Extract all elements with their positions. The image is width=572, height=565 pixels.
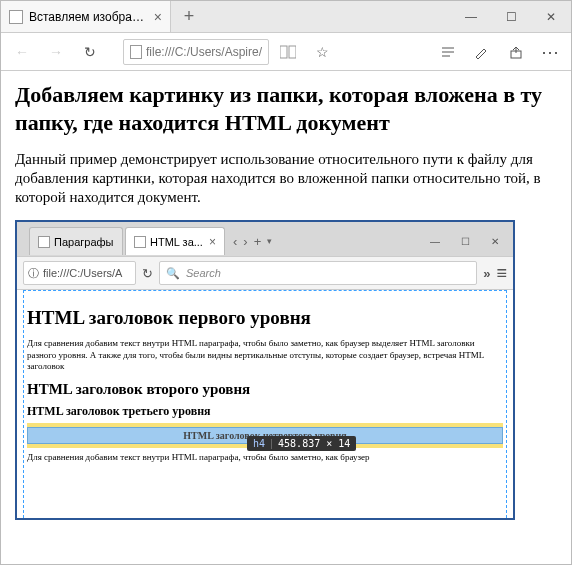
info-icon: ⓘ [28, 266, 39, 281]
menu-button[interactable]: ≡ [496, 263, 507, 284]
close-window-button[interactable]: ✕ [481, 230, 509, 252]
close-tab-icon[interactable]: × [154, 9, 162, 25]
favorite-button[interactable]: ☆ [307, 37, 337, 67]
heading-1: HTML заголовок первого уровня [27, 306, 503, 330]
inner-page-content: HTML заголовок первого уровня Для сравне… [17, 290, 513, 518]
page-content: Добавляем картинку из папки, которая вло… [1, 71, 571, 564]
favicon-icon [38, 236, 50, 248]
inner-address-bar[interactable]: ⓘ file:///C:/Users/A [23, 261, 136, 285]
inner-toolbar: ⓘ file:///C:/Users/A ↻ 🔍 Search » ≡ [17, 256, 513, 290]
favicon-icon [9, 10, 23, 24]
refresh-button[interactable]: ↻ [75, 37, 105, 67]
tab-title: Вставляем изображени [29, 10, 148, 24]
search-icon: 🔍 [166, 267, 180, 280]
tooltip-tag: h4 [253, 438, 265, 449]
tooltip-separator [271, 439, 272, 449]
annotate-button[interactable] [467, 37, 497, 67]
share-icon [508, 45, 524, 59]
devtools-tooltip: h4 458.837 × 14 [247, 436, 356, 451]
svg-rect-1 [289, 46, 296, 58]
embedded-screenshot: Параграфы ... HTML за... × ‹ › + ▾ — ☐ [15, 220, 515, 520]
minimize-button[interactable]: — [451, 1, 491, 32]
tooltip-dimensions: 458.837 × 14 [278, 438, 350, 449]
inner-refresh-button[interactable]: ↻ [142, 266, 153, 281]
pen-icon [474, 45, 490, 59]
more-button[interactable]: ⋯ [535, 37, 565, 67]
address-bar[interactable]: file:///C:/Users/Aspire/ [123, 39, 269, 65]
svg-rect-0 [280, 46, 287, 58]
page-paragraph: Данный пример демонстрирует использовани… [15, 150, 557, 206]
close-tab-icon[interactable]: × [209, 235, 216, 249]
inner-window-buttons: — ☐ ✕ [421, 230, 509, 252]
maximize-button[interactable]: ☐ [491, 1, 531, 32]
maximize-button[interactable]: ☐ [451, 230, 479, 252]
inner-tab-2-active[interactable]: HTML за... × [125, 227, 225, 255]
back-button[interactable]: ← [7, 37, 37, 67]
new-tab-button[interactable]: + [171, 1, 207, 32]
inner-address-text: file:///C:/Users/A [43, 267, 131, 279]
hub-icon [440, 45, 456, 59]
inner-search-box[interactable]: 🔍 Search [159, 261, 477, 285]
browser-tab[interactable]: Вставляем изображени × [1, 1, 171, 32]
heading-2: HTML заголовок второго уровня [27, 381, 503, 398]
toolbar: ← → ↻ file:///C:/Users/Aspire/ ☆ ⋯ [1, 33, 571, 71]
overflow-button[interactable]: » [483, 266, 490, 281]
tab-dropdown-button[interactable]: ▾ [267, 236, 272, 246]
inner-titlebar: Параграфы ... HTML за... × ‹ › + ▾ — ☐ [17, 222, 513, 256]
new-tab-button[interactable]: + [254, 234, 262, 249]
document-icon [130, 45, 142, 59]
paragraph-2: Для сравнения добавим текст внутри HTML … [27, 452, 503, 464]
tab-back-button[interactable]: ‹ [233, 234, 237, 249]
hub-button[interactable] [433, 37, 463, 67]
tab-forward-button[interactable]: › [243, 234, 247, 249]
window-buttons: — ☐ ✕ [451, 1, 571, 32]
favicon-icon [134, 236, 146, 248]
inner-tab-1[interactable]: Параграфы ... [29, 227, 123, 255]
address-text: file:///C:/Users/Aspire/ [146, 45, 262, 59]
paragraph-1: Для сравнения добавим текст внутри HTML … [27, 338, 503, 373]
share-button[interactable] [501, 37, 531, 67]
titlebar: Вставляем изображени × + — ☐ ✕ [1, 1, 571, 33]
edge-window: Вставляем изображени × + — ☐ ✕ ← → ↻ fil… [0, 0, 572, 565]
page-title: Добавляем картинку из папки, которая вло… [15, 81, 557, 136]
minimize-button[interactable]: — [421, 230, 449, 252]
reader-button[interactable] [273, 37, 303, 67]
forward-button[interactable]: → [41, 37, 71, 67]
inner-tab-nav: ‹ › + ▾ [227, 234, 278, 249]
search-placeholder: Search [186, 267, 221, 279]
reader-icon [280, 45, 296, 59]
heading-3: HTML заголовок третьего уровня [27, 404, 503, 419]
close-window-button[interactable]: ✕ [531, 1, 571, 32]
